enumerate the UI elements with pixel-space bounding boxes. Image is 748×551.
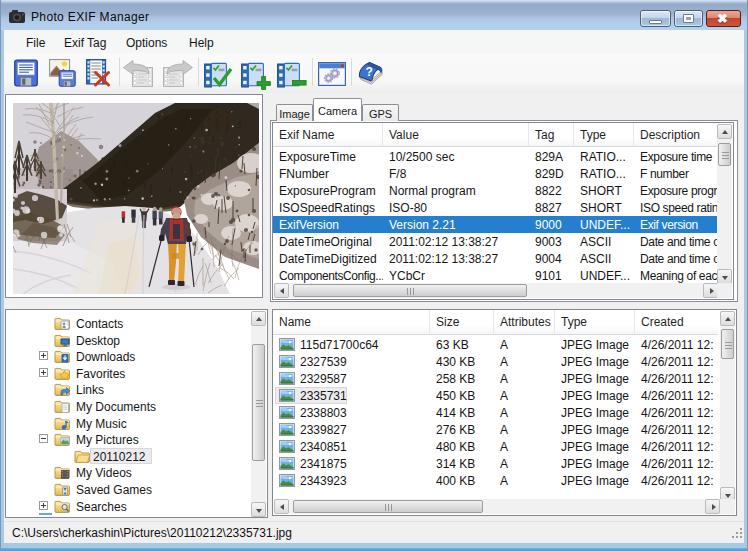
- svg-text:?: ?: [366, 65, 373, 79]
